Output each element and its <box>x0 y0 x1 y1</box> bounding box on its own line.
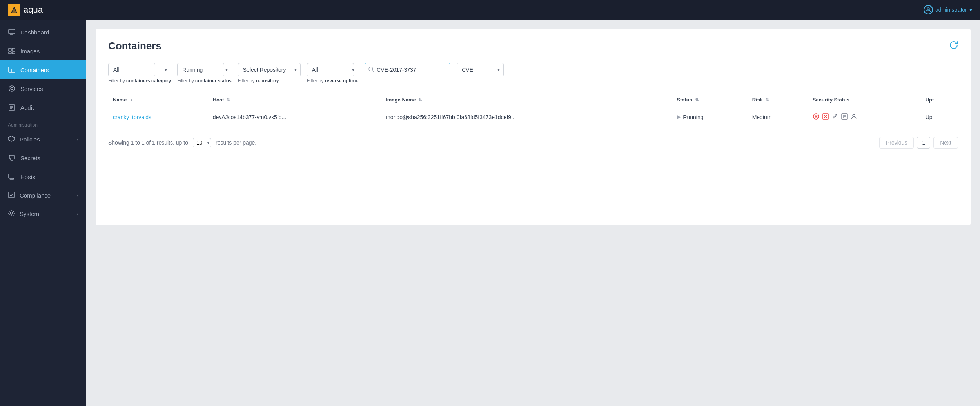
containers-table: Name ▲ Host ⇅ Image Name ⇅ Status <box>108 93 958 127</box>
status-filter-label: Filter by container status <box>177 78 232 83</box>
main-content: Containers All ▾ Filter by contain <box>86 20 980 406</box>
previous-button[interactable]: Previous <box>879 137 914 149</box>
cve-type-filter-select[interactable]: CVE <box>457 63 504 76</box>
table-row: cranky_torvalds devAJcos14b377-vm0.vx5fo… <box>108 107 958 127</box>
showing-info: Showing 1 to 1 of 1 results, up to 10 ▾ <box>108 138 256 147</box>
user-avatar-icon <box>924 5 933 14</box>
images-icon <box>8 47 16 55</box>
sidebar-item-secrets[interactable]: Secrets <box>0 149 86 167</box>
sidebar-item-compliance-label: Compliance <box>20 192 51 199</box>
repository-filter-group: Select Repository ▾ Filter by repository <box>238 63 301 83</box>
status-text: Running <box>683 114 703 120</box>
svg-rect-5 <box>9 48 11 51</box>
sidebar-item-images[interactable]: Images <box>0 42 86 60</box>
svg-rect-22 <box>10 178 14 179</box>
logo: aqua <box>8 4 43 16</box>
sidebar-item-system-label: System <box>20 210 39 217</box>
sidebar-item-hosts[interactable]: Hosts <box>0 167 86 186</box>
hosts-icon <box>8 173 16 181</box>
sidebar-item-hosts-label: Hosts <box>20 174 35 180</box>
container-name-link[interactable]: cranky_torvalds <box>113 114 151 120</box>
svg-line-27 <box>372 71 374 72</box>
search-input[interactable] <box>365 63 450 76</box>
user-dropdown-arrow: ▾ <box>969 7 972 13</box>
svg-rect-19 <box>9 155 14 159</box>
total-value: 1 <box>152 140 155 146</box>
refresh-button[interactable] <box>949 41 958 52</box>
table-body: cranky_torvalds devAJcos14b377-vm0.vx5fo… <box>108 107 958 127</box>
uptime-filter-group: All ▾ Filter by reverse uptime <box>307 63 358 83</box>
status-sort-icon: ⇅ <box>695 98 699 102</box>
svg-rect-6 <box>12 48 15 51</box>
col-header-security-status: Security Status <box>808 93 921 107</box>
system-icon <box>8 210 15 218</box>
page-header: Containers <box>108 40 958 52</box>
compliance-arrow-icon: ‹ <box>77 193 78 198</box>
from-value: 1 <box>131 140 134 146</box>
filters-row: All ▾ Filter by containers category Runn… <box>108 63 958 83</box>
policies-icon <box>8 136 15 143</box>
col-header-uptime: Upt <box>921 93 958 107</box>
pagination-controls: Previous 1 Next <box>879 137 958 149</box>
compliance-icon <box>8 192 15 199</box>
cve-type-filter-group: CVE ▾ x <box>457 63 504 83</box>
col-header-status[interactable]: Status ⇅ <box>672 93 747 107</box>
risk-sort-icon: ⇅ <box>766 98 769 102</box>
svg-point-26 <box>369 67 373 71</box>
sidebar-item-images-label: Images <box>20 48 40 54</box>
repository-filter-select[interactable]: Select Repository <box>238 63 301 76</box>
admin-section-label: Administration <box>0 117 86 130</box>
sidebar-item-services[interactable]: Services <box>0 79 86 98</box>
svg-point-35 <box>853 114 855 117</box>
sidebar-item-compliance[interactable]: Compliance ‹ <box>0 186 86 205</box>
uptime-filter-label: Filter by reverse uptime <box>307 78 358 83</box>
showing-text: Showing 1 to 1 of 1 results, up to <box>108 140 188 146</box>
sidebar-item-audit[interactable]: Audit <box>0 98 86 117</box>
monitor-icon <box>8 28 16 36</box>
svg-rect-21 <box>9 174 15 178</box>
audit-icon <box>8 103 16 111</box>
per-page-select[interactable]: 10 <box>193 138 211 147</box>
col-header-risk[interactable]: Risk ⇅ <box>748 93 808 107</box>
sidebar-item-system[interactable]: System ‹ <box>0 205 86 223</box>
collapse-arrow-icon: ‹ <box>77 137 78 142</box>
sidebar-item-dashboard[interactable]: Dashboard <box>0 23 86 42</box>
sidebar-item-containers[interactable]: Containers <box>0 60 86 79</box>
next-button[interactable]: Next <box>933 137 958 149</box>
cell-image-name: mongo@sha256:3251ff67bbf0fa68fd5f3473e1d… <box>381 107 672 127</box>
sidebar: Dashboard Images Containers Services Aud… <box>0 20 86 406</box>
category-select-arrow-icon: ▾ <box>165 67 167 72</box>
svg-rect-4 <box>9 29 15 34</box>
topbar: aqua administrator ▾ <box>0 0 980 20</box>
image-sort-icon: ⇅ <box>418 98 422 102</box>
per-page-suffix-text: results per page. <box>216 140 256 146</box>
svg-rect-24 <box>9 192 14 198</box>
aqua-logo-icon <box>8 4 20 16</box>
svg-point-13 <box>9 86 15 91</box>
host-sort-icon: ⇅ <box>227 98 230 102</box>
status-filter-select[interactable]: Running <box>177 63 224 76</box>
current-page-number: 1 <box>917 137 930 149</box>
svg-rect-8 <box>12 52 15 54</box>
col-header-host[interactable]: Host ⇅ <box>208 93 381 107</box>
security-icon-user <box>850 113 857 121</box>
cell-status: Running <box>672 107 747 127</box>
repository-filter-label: Filter by repository <box>238 78 301 83</box>
page-title: Containers <box>108 40 162 52</box>
cell-host: devAJcos14b377-vm0.vx5fo... <box>208 107 381 127</box>
category-filter-select[interactable]: All <box>108 63 155 76</box>
services-icon <box>8 85 16 92</box>
col-header-image-name[interactable]: Image Name ⇅ <box>381 93 672 107</box>
security-icon-list <box>841 113 848 121</box>
sidebar-item-policies[interactable]: Policies ‹ <box>0 130 86 149</box>
pagination-row: Showing 1 to 1 of 1 results, up to 10 ▾ <box>108 137 958 149</box>
app-body: Dashboard Images Containers Services Aud… <box>0 20 980 406</box>
cell-risk: Medium <box>748 107 808 127</box>
sidebar-item-audit-label: Audit <box>20 104 34 111</box>
user-menu[interactable]: administrator ▾ <box>924 5 972 14</box>
sidebar-item-policies-label: Policies <box>20 136 40 143</box>
security-icon-malware <box>813 113 820 121</box>
cell-security-status <box>808 107 921 127</box>
uptime-filter-select[interactable]: All <box>307 63 354 76</box>
col-header-name[interactable]: Name ▲ <box>108 93 208 107</box>
